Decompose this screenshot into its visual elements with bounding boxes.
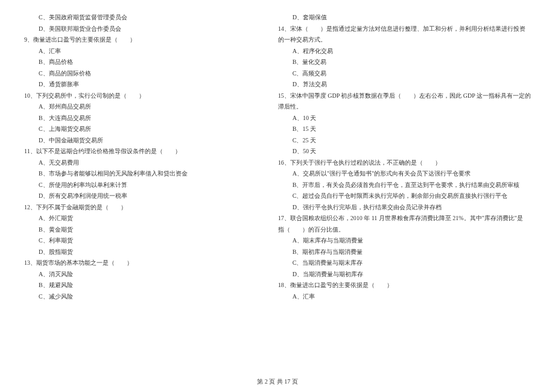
q17-option-b: B、期初库存与当期消费量: [278, 247, 531, 258]
q11-option-b: B、市场参与者能够以相同的无风险利率借入和贷出资金: [24, 168, 260, 180]
q12-option-c: C、利率期货: [24, 235, 260, 247]
document-columns: C、美国政府期货监督管理委员会 D、美国联邦期货业合作委员会 9、衡量进出口盈亏…: [24, 12, 531, 302]
q16-option-c: C、超过会员自行平仓时限而未执行完毕的，剩余部分由交易所直接执行强行平仓: [278, 191, 531, 202]
q8-option-d: D、美国联邦期货业合作委员会: [24, 24, 260, 35]
q10-option-d: D、中国金融期货交易所: [24, 135, 260, 147]
q11-option-c: C、所使用的利率均以单利来计算: [24, 180, 260, 191]
q12-option-d: D、股指期货: [24, 247, 260, 258]
q10-option-c: C、上海期货交易所: [24, 124, 260, 135]
q17-option-d: D、当期消费量与期初库存: [278, 269, 531, 280]
q15-option-d: D、50 天: [278, 146, 531, 157]
q10-option-b: B、大连商品交易所: [24, 113, 260, 124]
q15: 15、宋体中国季度 GDP 初步核算数据在季后（ ）左右公布，因此 GDP 这一…: [278, 90, 531, 102]
q18-option-a: A、汇率: [278, 291, 531, 303]
q13-option-b: B、规避风险: [24, 280, 260, 291]
q11-option-d: D、所有交易净利润使用统一税率: [24, 191, 260, 202]
q13: 13、期货市场的基本功能之一是（ ）: [24, 258, 260, 269]
q17-option-c: C、当期消费量与期末库存: [278, 258, 531, 269]
q12-option-a: A、外汇期货: [24, 213, 260, 224]
q13-option-a: A、消灭风险: [24, 269, 260, 280]
q9-option-a: A、汇率: [24, 46, 260, 57]
q11: 11、以下不是远期合约理论价格推导假设条件的是（ ）: [24, 146, 260, 157]
q16: 16、下列关于强行平仓执行过程的说法，不正确的是（ ）: [278, 157, 531, 169]
q13-option-d: D、套期保值: [278, 12, 531, 24]
q8-option-c: C、美国政府期货监督管理委员会: [24, 12, 260, 24]
q12: 12、下列不属于金融期货的是（ ）: [24, 202, 260, 213]
q15-option-b: B、15 天: [278, 124, 531, 135]
q16-option-b: B、开市后，有关会员必须首先自行平仓，直至达到平仓要求，执行结果由交易所审核: [278, 180, 531, 191]
q9-option-b: B、商品价格: [24, 57, 260, 68]
right-column: D、套期保值 14、宋体（ ）是指通过定量方法对信息进行整理、加工和分析，并利用…: [278, 12, 531, 302]
q13-option-c: C、减少风险: [24, 291, 260, 303]
page-footer: 第 2 页 共 17 页: [0, 378, 555, 386]
q17: 17、联合国粮农组织公布，2010 年 11 月世界粮食库存消费比降至 21%。…: [278, 213, 531, 224]
q9-option-d: D、通货膨胀率: [24, 79, 260, 90]
q17-option-a: A、期末库存与当期消费量: [278, 235, 531, 247]
q14-option-d: D、算法交易: [278, 79, 531, 90]
q12-option-b: B、黄金期货: [24, 224, 260, 236]
q14-cont: 的一种交易方式。: [278, 34, 531, 46]
q18: 18、衡量进出口盈亏的主要依据是（ ）: [278, 280, 531, 291]
q15-option-a: A、10 天: [278, 113, 531, 124]
q15-cont: 滞后性。: [278, 101, 531, 113]
q9-option-c: C、商品的国际价格: [24, 68, 260, 80]
left-column: C、美国政府期货监督管理委员会 D、美国联邦期货业合作委员会 9、衡量进出口盈亏…: [24, 12, 260, 302]
q16-option-d: D、强行平仓执行完毕后，执行结果交由会员记录并存档: [278, 202, 531, 213]
q16-option-a: A、交易所以"强行平仓通知书"的形式向有关会员下达强行平仓要求: [278, 168, 531, 180]
q14-option-b: B、量化交易: [278, 57, 531, 68]
q14-option-a: A、程序化交易: [278, 46, 531, 57]
q10-option-a: A、郑州商品交易所: [24, 101, 260, 113]
q14: 14、宋体（ ）是指通过定量方法对信息进行整理、加工和分析，并利用分析结果进行投…: [278, 24, 531, 35]
q11-option-a: A、无交易费用: [24, 157, 260, 169]
q9: 9、衡量进出口盈亏的主要依据是（ ）: [24, 34, 260, 46]
q17-cont: 指（ ）的百分比值。: [278, 224, 531, 236]
q10: 10、下列交易所中，实行公司制的是（ ）: [24, 90, 260, 102]
q15-option-c: C、25 天: [278, 135, 531, 147]
q14-option-c: C、高频交易: [278, 68, 531, 80]
